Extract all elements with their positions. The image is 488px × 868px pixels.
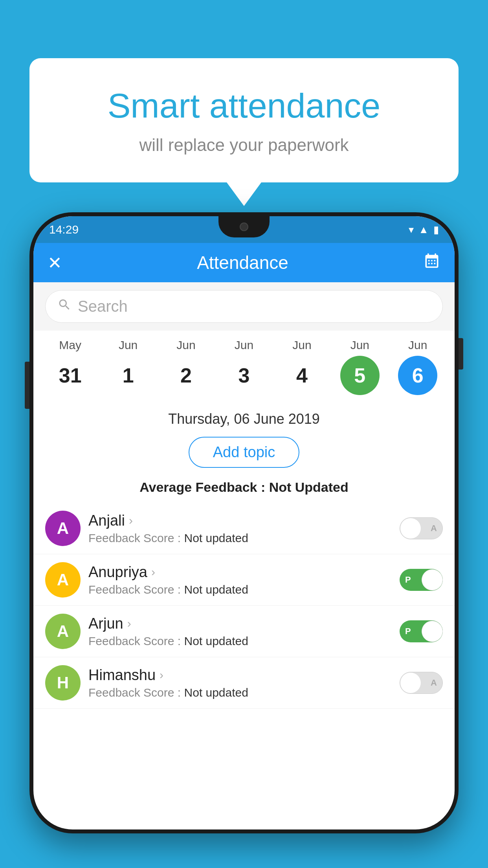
speech-bubble-tail <box>227 182 261 206</box>
cal-day-number: 5 <box>340 356 380 395</box>
student-avatar: H <box>45 665 81 701</box>
signal-icon: ▲ <box>418 224 429 236</box>
calendar-day-2[interactable]: Jun2 <box>157 338 215 395</box>
phone-container: 14:29 ▾ ▲ ▮ ✕ Attendance <box>29 212 459 833</box>
calendar-icon[interactable] <box>423 252 440 273</box>
calendar-day-1[interactable]: Jun1 <box>99 338 157 395</box>
student-info: Arjun›Feedback Score : Not updated <box>88 615 392 648</box>
student-avatar: A <box>45 562 81 598</box>
feedback-score: Feedback Score : Not updated <box>88 531 392 545</box>
phone-screen: 14:29 ▾ ▲ ▮ ✕ Attendance <box>33 216 455 829</box>
student-item[interactable]: AAnjali›Feedback Score : Not updatedA <box>33 503 455 554</box>
toggle-container[interactable]: P <box>400 569 443 591</box>
chevron-icon: › <box>127 617 131 630</box>
wifi-icon: ▾ <box>409 224 414 236</box>
app-bar: ✕ Attendance <box>33 243 455 282</box>
student-item[interactable]: AArjun›Feedback Score : Not updatedP <box>33 606 455 657</box>
attendance-toggle[interactable]: P <box>400 620 443 642</box>
toggle-thumb <box>422 621 443 642</box>
toggle-thumb <box>422 569 443 590</box>
status-icons: ▾ ▲ ▮ <box>409 224 439 236</box>
selected-date: Thursday, 06 June 2019 <box>33 401 455 434</box>
student-name: Himanshu› <box>88 667 392 684</box>
cal-day-number: 1 <box>108 356 148 395</box>
calendar-strip: May31Jun1Jun2Jun3Jun4Jun5Jun6 <box>33 331 455 401</box>
search-icon <box>57 298 72 315</box>
cal-month-label: Jun <box>176 338 195 352</box>
cal-month-label: Jun <box>292 338 311 352</box>
attendance-toggle[interactable]: A <box>400 672 443 694</box>
toggle-container[interactable]: A <box>400 672 443 694</box>
toggle-label: A <box>431 523 437 533</box>
attendance-toggle[interactable]: P <box>400 569 443 591</box>
app-bar-title: Attendance <box>62 252 423 273</box>
speech-bubble-wrapper: Smart attendance will replace your paper… <box>29 58 459 206</box>
calendar-months: May31Jun1Jun2Jun3Jun4Jun5Jun6 <box>41 338 447 395</box>
cal-day-number: 4 <box>282 356 321 395</box>
battery-icon: ▮ <box>433 224 439 236</box>
cal-month-label: Jun <box>408 338 427 352</box>
feedback-score: Feedback Score : Not updated <box>88 686 392 699</box>
calendar-day-5[interactable]: Jun5 <box>331 338 389 395</box>
calendar-day-3[interactable]: Jun3 <box>215 338 273 395</box>
student-name: Arjun› <box>88 615 392 632</box>
attendance-toggle[interactable]: A <box>400 517 443 539</box>
student-info: Himanshu›Feedback Score : Not updated <box>88 667 392 699</box>
calendar-day-0[interactable]: May31 <box>41 338 99 395</box>
cal-day-number: 2 <box>167 356 206 395</box>
status-bar: 14:29 ▾ ▲ ▮ <box>33 216 455 243</box>
toggle-label: P <box>405 575 411 585</box>
cal-day-number: 6 <box>398 356 437 395</box>
cal-month-label: Jun <box>350 338 369 352</box>
calendar-day-4[interactable]: Jun4 <box>273 338 331 395</box>
search-bar[interactable]: Search <box>45 290 443 323</box>
avg-feedback-label: Average Feedback : <box>139 480 269 495</box>
chevron-icon: › <box>129 514 133 527</box>
add-topic-button[interactable]: Add topic <box>189 437 299 468</box>
student-item[interactable]: AAnupriya›Feedback Score : Not updatedP <box>33 554 455 606</box>
feedback-score: Feedback Score : Not updated <box>88 634 392 648</box>
toggle-thumb <box>400 518 421 539</box>
cal-month-label: May <box>59 338 81 352</box>
speech-bubble-subtitle: will replace your paperwork <box>53 135 435 155</box>
student-avatar: A <box>45 614 81 649</box>
notch <box>218 216 270 237</box>
student-info: Anjali›Feedback Score : Not updated <box>88 512 392 545</box>
camera-dot <box>240 223 248 231</box>
student-name: Anupriya› <box>88 564 392 581</box>
student-item[interactable]: HHimanshu›Feedback Score : Not updatedA <box>33 657 455 709</box>
cal-month-label: Jun <box>119 338 138 352</box>
avg-feedback: Average Feedback : Not Updated <box>33 476 455 503</box>
status-time: 14:29 <box>49 223 79 236</box>
search-container: Search <box>33 282 455 331</box>
toggle-container[interactable]: A <box>400 517 443 539</box>
student-name: Anjali› <box>88 512 392 529</box>
avg-feedback-value: Not Updated <box>269 480 349 495</box>
student-info: Anupriya›Feedback Score : Not updated <box>88 564 392 596</box>
feedback-score: Feedback Score : Not updated <box>88 583 392 596</box>
chevron-icon: › <box>151 565 155 579</box>
cal-day-number: 3 <box>224 356 264 395</box>
close-icon[interactable]: ✕ <box>48 253 62 273</box>
speech-bubble: Smart attendance will replace your paper… <box>29 58 459 182</box>
chevron-icon: › <box>160 668 163 682</box>
student-avatar: A <box>45 511 81 546</box>
toggle-label: A <box>431 678 437 688</box>
toggle-label: P <box>405 626 411 636</box>
toggle-thumb <box>400 672 421 693</box>
search-placeholder: Search <box>78 298 128 315</box>
toggle-container[interactable]: P <box>400 620 443 642</box>
add-topic-container: Add topic <box>33 434 455 476</box>
calendar-day-6[interactable]: Jun6 <box>389 338 447 395</box>
cal-month-label: Jun <box>235 338 253 352</box>
student-list: AAnjali›Feedback Score : Not updatedAAAn… <box>33 503 455 709</box>
cal-day-number: 31 <box>51 356 90 395</box>
phone-shell: 14:29 ▾ ▲ ▮ ✕ Attendance <box>29 212 459 833</box>
speech-bubble-title: Smart attendance <box>53 86 435 126</box>
